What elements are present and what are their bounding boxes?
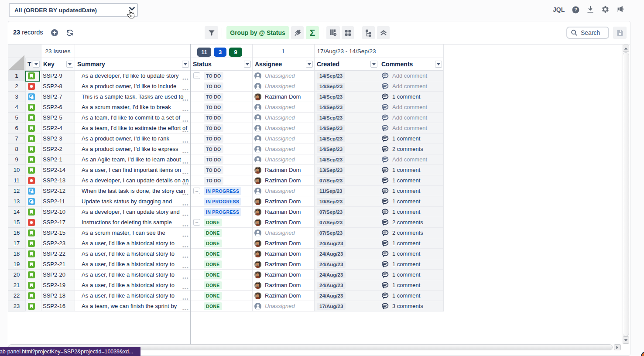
svg-text:?: ? <box>574 7 577 12</box>
